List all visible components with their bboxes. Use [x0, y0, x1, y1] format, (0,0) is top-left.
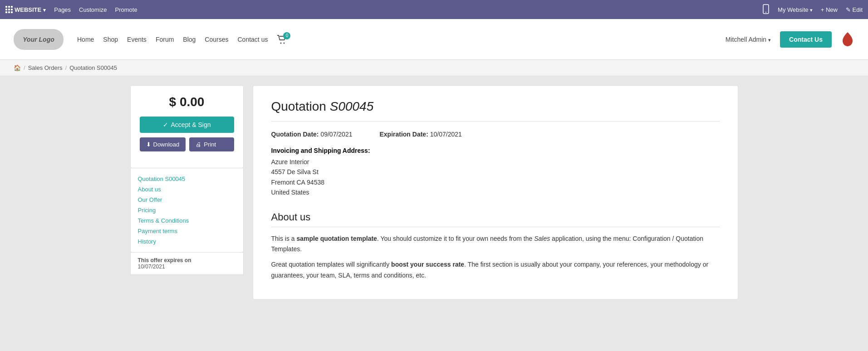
address-line4: United States: [271, 189, 309, 196]
accept-sign-button[interactable]: ✓ Accept & Sign: [140, 117, 234, 133]
nav-home[interactable]: Home: [77, 36, 94, 43]
quotation-meta: Quotation Date: 09/07/2021 Expiration Da…: [271, 131, 720, 138]
admin-menu[interactable]: Mitchell Admin: [726, 36, 771, 43]
download-button[interactable]: ⬇ Download: [140, 137, 186, 151]
address-line3: Fremont CA 94538: [271, 179, 325, 186]
website-menu[interactable]: WEBSITE: [5, 6, 46, 13]
logo-text: Your Logo: [23, 36, 54, 43]
top-bar-left: WEBSITE Pages Customize Promote: [5, 6, 137, 13]
quotation-date-item: Quotation Date: 09/07/2021: [271, 131, 353, 138]
para2-before: Great quotation templates will significa…: [271, 261, 392, 268]
download-label: Download: [153, 141, 180, 148]
content-area: Quotation S00045 Quotation Date: 09/07/2…: [253, 85, 738, 300]
title-prefix: Quotation: [271, 99, 330, 113]
nav-forum[interactable]: Forum: [156, 36, 174, 43]
website-label: WEBSITE: [15, 6, 41, 13]
expiration-date-item: Expiration Date: 10/07/2021: [379, 131, 461, 138]
sidebar-price: $ 0.00: [140, 95, 234, 109]
para1-after: . You should customize it to fit your ow…: [377, 235, 534, 242]
logo[interactable]: Your Logo: [14, 29, 64, 50]
grid-icon: [5, 6, 13, 13]
site-header-left: Your Logo Home Shop Events Forum Blog Co…: [14, 29, 287, 50]
sidebar-link-history[interactable]: History: [138, 236, 236, 247]
admin-dropdown-arrow: [768, 36, 771, 43]
breadcrumb-current: Quotation S00045: [69, 64, 117, 71]
my-website-label: My Website: [778, 6, 809, 13]
title-number: S00045: [330, 99, 374, 113]
new-button[interactable]: + New: [821, 6, 838, 13]
address-lines: Azure Interior 4557 De Silva St Fremont …: [271, 157, 720, 198]
sidebar-links: Quotation S00045 About us Our Offer Pric…: [130, 168, 244, 253]
mobile-icon[interactable]: [762, 4, 770, 15]
address-label: Invoicing and Shipping Address:: [271, 147, 720, 154]
home-icon[interactable]: 🏠: [14, 64, 21, 71]
print-label: Print: [204, 141, 216, 148]
nav-blog[interactable]: Blog: [183, 36, 196, 43]
pages-link[interactable]: Pages: [54, 6, 71, 13]
breadcrumb-sales-orders[interactable]: Sales Orders: [28, 64, 63, 71]
contact-us-button[interactable]: Contact Us: [780, 31, 832, 48]
about-us-para2: Great quotation templates will significa…: [271, 259, 720, 281]
promote-link[interactable]: Promote: [115, 6, 137, 13]
edit-button[interactable]: ✎ Edit: [846, 6, 863, 13]
para1-bold: sample quotation template: [297, 235, 377, 242]
sidebar-link-terms[interactable]: Terms & Conditions: [138, 215, 236, 226]
sidebar-link-quotation[interactable]: Quotation S00045: [138, 174, 236, 184]
main-content: $ 0.00 ✓ Accept & Sign ⬇ Download 🖨 Prin…: [117, 76, 752, 309]
address-line1: Azure Interior: [271, 158, 309, 166]
expiration-date-label: Expiration Date:: [379, 131, 428, 138]
action-btns: ⬇ Download 🖨 Print: [140, 137, 234, 151]
download-icon: ⬇: [146, 141, 151, 148]
my-website-menu[interactable]: My Website: [778, 6, 813, 13]
about-us-title: About us: [271, 211, 720, 227]
nav-contact-us[interactable]: Contact us: [238, 36, 268, 43]
site-header-right: Mitchell Admin Contact Us: [726, 29, 854, 50]
site-nav: Home Shop Events Forum Blog Courses Cont…: [77, 35, 287, 44]
address-block: Invoicing and Shipping Address: Azure In…: [271, 147, 720, 198]
nav-events[interactable]: Events: [127, 36, 147, 43]
top-bar: WEBSITE Pages Customize Promote My Websi…: [0, 0, 868, 19]
print-icon: 🖨: [196, 141, 201, 148]
expiration-date-value: 10/07/2021: [430, 131, 462, 138]
breadcrumb-sep1: /: [24, 64, 25, 71]
admin-name: Mitchell Admin: [726, 36, 766, 43]
address-line2: 4557 De Silva St: [271, 168, 319, 176]
svg-point-3: [284, 42, 285, 44]
odoo-icon[interactable]: [841, 29, 854, 50]
cart-badge: 0: [283, 32, 290, 39]
accept-sign-label: Accept & Sign: [171, 121, 211, 128]
para1-before: This is a: [271, 235, 297, 242]
sidebar: $ 0.00 ✓ Accept & Sign ⬇ Download 🖨 Prin…: [130, 85, 244, 300]
offer-expires: This offer expires on 10/07/2021: [130, 253, 244, 275]
quotation-title: Quotation S00045: [271, 99, 720, 122]
sidebar-link-about[interactable]: About us: [138, 184, 236, 195]
breadcrumb: 🏠 / Sales Orders / Quotation S00045: [0, 60, 868, 76]
nav-shop[interactable]: Shop: [103, 36, 118, 43]
top-bar-right: My Website + New ✎ Edit: [762, 4, 863, 15]
breadcrumb-sep2: /: [65, 64, 67, 71]
sidebar-price-box: $ 0.00 ✓ Accept & Sign ⬇ Download 🖨 Prin…: [130, 85, 244, 168]
site-header: Your Logo Home Shop Events Forum Blog Co…: [0, 19, 868, 60]
quotation-date-label: Quotation Date:: [271, 131, 319, 138]
offer-expires-label: This offer expires on: [138, 257, 191, 263]
svg-point-2: [280, 42, 282, 44]
website-dropdown-arrow: [43, 6, 46, 13]
sidebar-link-payment[interactable]: Payment terms: [138, 226, 236, 236]
print-button[interactable]: 🖨 Print: [189, 137, 234, 151]
about-us-para1: This is a sample quotation template. You…: [271, 234, 720, 255]
customize-link[interactable]: Customize: [79, 6, 107, 13]
checkmark-icon: ✓: [163, 121, 168, 128]
sidebar-link-offer[interactable]: Our Offer: [138, 195, 236, 205]
nav-courses[interactable]: Courses: [205, 36, 228, 43]
my-website-arrow: [810, 6, 813, 13]
quotation-date-value: 09/07/2021: [320, 131, 352, 138]
para1-italic: Sales: [534, 235, 550, 242]
para2-bold: boost your success rate: [391, 261, 464, 268]
offer-expires-date: 10/07/2021: [138, 263, 165, 270]
sidebar-link-pricing[interactable]: Pricing: [138, 205, 236, 215]
svg-point-1: [765, 12, 766, 13]
cart-icon[interactable]: 0: [277, 35, 287, 44]
